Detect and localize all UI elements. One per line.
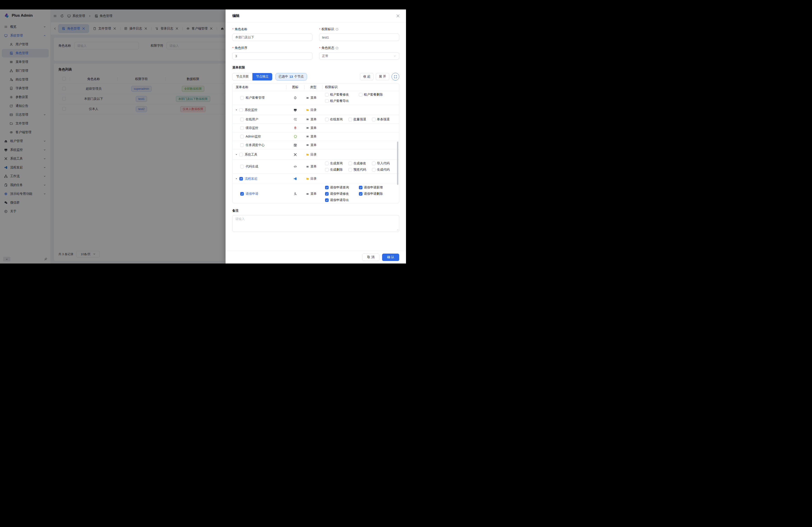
perm-checkbox[interactable]	[325, 162, 329, 165]
scrollbar-thumb[interactable]	[397, 141, 398, 185]
fullscreen-button[interactable]	[392, 73, 399, 80]
required-asterisk: *	[232, 46, 233, 50]
perm-label: 请假申请修改	[330, 192, 349, 196]
perm-checkbox-item[interactable]: 租户套餐删除	[359, 92, 393, 97]
node-checkbox[interactable]	[240, 126, 244, 130]
node-checkbox[interactable]	[239, 108, 243, 112]
tree-node[interactable]: 系统监控	[233, 108, 286, 112]
bars-icon	[306, 118, 309, 121]
perm-checkbox-item[interactable]: 生成代码	[372, 167, 395, 172]
close-icon[interactable]	[396, 14, 400, 18]
remark-textarea[interactable]	[232, 215, 399, 232]
caret-down-icon	[235, 153, 237, 156]
tree-node-label: Admin监控	[246, 135, 261, 139]
node-independent-button[interactable]: 节点独立	[252, 73, 272, 80]
perm-checkbox-item[interactable]: 单条强退	[372, 117, 395, 122]
node-checkbox[interactable]	[240, 144, 244, 147]
tools-icon	[293, 153, 297, 156]
perm-checkbox-item[interactable]: 生成查询	[325, 161, 348, 166]
perm-checkbox[interactable]	[359, 192, 362, 196]
help-icon[interactable]: ?	[335, 28, 338, 31]
node-type: 菜单	[306, 135, 317, 139]
modal-overlay[interactable]	[0, 10, 226, 264]
perm-checkbox-item[interactable]: 预览代码	[348, 167, 372, 172]
resize-handle-icon[interactable]	[396, 229, 398, 231]
tree-node[interactable]: 缓存监控	[233, 126, 286, 130]
perm-label: 生成查询	[330, 161, 343, 165]
node-type: 目录	[306, 177, 317, 181]
expand-all-button[interactable]: 展 开	[376, 73, 389, 80]
edit-drawer: 编辑 *角色名称 *权限标识? *角色排序 *角色状态? 正常	[226, 10, 406, 264]
tree-node-label: 租户套餐管理	[246, 96, 264, 100]
node-checkbox[interactable]	[239, 177, 243, 181]
tree-node[interactable]: 在线用户	[233, 118, 286, 121]
perm-checkbox-item[interactable]: 生成修改	[348, 161, 372, 166]
perm-checkbox[interactable]	[325, 168, 329, 171]
perm-checkbox[interactable]	[372, 118, 376, 121]
perm-checkbox-item[interactable]: 请假申请修改	[325, 192, 359, 196]
node-checkbox[interactable]	[240, 118, 244, 121]
perm-checkbox[interactable]	[372, 162, 376, 165]
perm-checkbox-item[interactable]: 租户套餐导出	[325, 99, 359, 103]
perm-checkbox-item[interactable]: 请假申请新增	[359, 185, 393, 190]
node-checkbox[interactable]	[240, 165, 244, 168]
node-type-label: 目录	[310, 153, 317, 157]
perm-checkbox[interactable]	[325, 186, 329, 189]
node-type: 菜单	[306, 126, 317, 130]
perm-checkbox-item[interactable]: 批量强退	[348, 117, 372, 122]
perm-label: 请假申请删除	[364, 192, 383, 196]
cancel-button[interactable]: 取 消	[362, 254, 379, 261]
perm-checkbox-item[interactable]: 租户套餐修改	[325, 92, 359, 97]
node-checkbox[interactable]	[240, 135, 244, 138]
tree-node-label: 流程发起	[245, 177, 257, 181]
node-checkbox[interactable]	[240, 192, 244, 196]
vscode-icon	[293, 177, 297, 181]
confirm-button[interactable]: 确 认	[382, 254, 399, 261]
perm-label: 生成代码	[377, 168, 390, 172]
perm-checkbox[interactable]	[348, 118, 352, 121]
perm-checkbox-item[interactable]: 导入代码	[372, 161, 395, 166]
perm-checkbox[interactable]	[372, 168, 376, 171]
node-linked-button[interactable]: 节点关联	[232, 73, 252, 80]
perm-checkbox-item[interactable]: 请假申请删除	[359, 192, 393, 196]
perm-checkbox[interactable]	[359, 186, 362, 189]
perm-checkbox[interactable]	[348, 162, 352, 165]
tree-node[interactable]: 流程发起	[233, 177, 286, 181]
perm-checkbox[interactable]	[348, 168, 352, 171]
tree-node[interactable]: 任务调度中心	[233, 143, 286, 147]
perm-checkbox[interactable]	[325, 118, 329, 121]
tree-node[interactable]: 系统工具	[233, 153, 286, 157]
perm-flag-input[interactable]	[319, 34, 399, 41]
bars-icon	[306, 135, 309, 138]
collapse-all-button[interactable]: 收 起	[360, 73, 374, 80]
perm-checkbox[interactable]	[325, 192, 329, 196]
tree-row: 系统监控目录	[233, 105, 399, 115]
role-name-input[interactable]	[232, 34, 313, 41]
perm-checkbox[interactable]	[325, 198, 329, 202]
tree-node[interactable]: 请假申请	[233, 192, 286, 196]
tree-node-label: 代码生成	[246, 165, 258, 169]
role-sort-input[interactable]	[232, 52, 313, 60]
tree-node-label: 缓存监控	[246, 126, 258, 130]
perm-label: 租户套餐导出	[330, 99, 349, 103]
selected-count-pill[interactable]: 已选中 13 个节点	[275, 73, 307, 80]
perm-checkbox[interactable]	[325, 99, 329, 103]
node-checkbox[interactable]	[239, 153, 243, 156]
role-status-select[interactable]: 正常	[319, 52, 399, 60]
perm-checkbox[interactable]	[359, 93, 362, 96]
perm-checkbox-item[interactable]: 请假申请查询	[325, 185, 359, 190]
perm-checkbox-item[interactable]: 生成删除	[325, 167, 348, 172]
help-icon[interactable]: ?	[335, 46, 338, 49]
perm-checkbox[interactable]	[325, 93, 329, 96]
tree-node[interactable]: Admin监控	[233, 135, 286, 139]
node-checkbox[interactable]	[240, 96, 244, 100]
bars-icon	[306, 126, 309, 130]
tree-node[interactable]: 代码生成	[233, 165, 286, 169]
folder-filled-icon	[306, 177, 309, 180]
perm-checkbox-item[interactable]: 请假申请导出	[325, 198, 359, 202]
perm-checkbox-item[interactable]: 在线查询	[325, 117, 348, 122]
node-type-label: 菜单	[310, 126, 317, 130]
tree-node[interactable]: 租户套餐管理	[233, 96, 286, 100]
perm-label: 在线查询	[330, 118, 343, 121]
remark-label: 备注	[232, 209, 399, 213]
